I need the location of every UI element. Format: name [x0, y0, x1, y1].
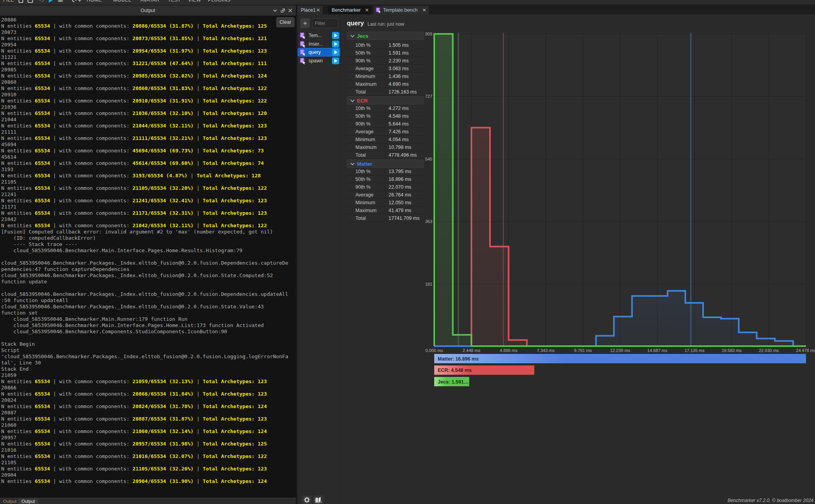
gear-icon	[303, 497, 310, 504]
run-benchmark-button[interactable]	[332, 57, 339, 64]
dock-tab-output-1[interactable]: Output	[18, 499, 38, 504]
log-line: N entities 65534 | with common component…	[1, 123, 296, 129]
stat-label: 50th %	[355, 112, 371, 120]
log-line: N entities 65534 | with common component…	[1, 60, 296, 67]
popout-icon[interactable]	[281, 8, 285, 13]
log-line	[1, 335, 296, 341]
stat-value: 3.063 ms	[389, 65, 408, 73]
menu-avatar[interactable]: AVATAR	[140, 0, 160, 4]
script-run-icon	[300, 41, 306, 48]
add-benchmark-button[interactable]: +	[300, 18, 310, 28]
stat-row-jecs-50th: 50th %1.591 ms	[347, 49, 424, 57]
benchmark-item-spawn[interactable]: spawn	[298, 57, 340, 65]
log-line: N entities 65534 | with common component…	[1, 173, 296, 179]
stat-label: 90th %	[355, 57, 371, 65]
stat-label: Maximum	[355, 207, 376, 214]
doc-tab-benchmarker[interactable]: Benchmarker✕	[328, 6, 371, 14]
log-line: 21042	[1, 216, 296, 223]
log-line: 21241	[1, 191, 296, 198]
menu-view[interactable]: VIEW	[188, 0, 201, 4]
log-line: N entities 65534 | with common component…	[1, 466, 296, 472]
x-tick-label: 2.448 ms	[463, 348, 481, 353]
benchmark-item-query[interactable]: query	[298, 48, 340, 56]
histogram-chart: 1813635457279090.000 ms2.448 ms4.896 ms7…	[425, 14, 815, 504]
doc-tab-place1[interactable]: Place1✕	[297, 6, 323, 14]
log-line: N entities 65534 | with common component…	[1, 85, 296, 92]
column-divider	[385, 128, 385, 136]
menu-file[interactable]: FILE	[3, 0, 14, 4]
log-line: [Fusion] Computed callback error: invali…	[1, 229, 296, 235]
log-line: 20824	[1, 397, 296, 403]
close-icon[interactable]: ✕	[316, 8, 321, 13]
log-line: cloud_5853950046.Benchmarker.Components.…	[1, 329, 296, 335]
stat-label: 10th %	[355, 41, 371, 49]
stat-row-ecr-maximum: Maximum10.798 ms	[347, 143, 424, 151]
stat-value: 5.644 ms	[389, 120, 408, 128]
column-divider	[385, 104, 385, 112]
menu-home[interactable]: HOME	[87, 0, 102, 4]
output-panel-title: Output	[0, 5, 296, 16]
benchmark-item-Tem[interactable]: Tem...	[298, 32, 340, 39]
benchmark-item-inser[interactable]: inser...	[298, 40, 340, 48]
run-benchmark-button[interactable]	[332, 32, 339, 39]
log-line: 20954	[1, 42, 296, 48]
stat-value: 2.230 ms	[389, 57, 408, 65]
log-line: 21171	[1, 204, 296, 210]
redo-icon[interactable]	[39, 0, 44, 4]
stat-value: 16.896 ms	[389, 175, 411, 183]
play-icon[interactable]	[48, 0, 53, 5]
log-line: N entities 65534 | with common component…	[1, 35, 296, 42]
stat-label: Average	[355, 191, 373, 199]
log-line: N entities 65534 | with common component…	[1, 98, 296, 104]
x-tick-label: 0.000 ms	[425, 348, 443, 353]
section-header-jecs[interactable]: Jecs	[347, 32, 424, 40]
output-panel-header[interactable]: Output	[0, 5, 296, 16]
stat-label: Average	[355, 128, 373, 136]
output-log[interactable]: 20886N entities 65534 | with common comp…	[0, 16, 296, 498]
column-divider	[385, 120, 385, 128]
column-divider	[385, 49, 385, 57]
paste-icon[interactable]	[27, 0, 33, 5]
close-icon[interactable]: ✕	[364, 8, 369, 13]
filter-input[interactable]	[312, 18, 338, 28]
chevron-down-icon[interactable]	[273, 8, 277, 13]
menu-plugins[interactable]: PLUGINS	[208, 0, 231, 4]
script-run-icon	[300, 58, 306, 64]
dock-tab-output-0[interactable]: Output	[0, 499, 20, 504]
benchmarker-panel: Place1✕Benchmarker✕Template.bench✕ + Tem…	[296, 5, 815, 504]
log-line: 20985	[1, 67, 296, 73]
settings-button[interactable]	[302, 495, 312, 504]
run-benchmark-button[interactable]	[332, 41, 339, 48]
column-divider	[385, 136, 385, 143]
column-divider	[385, 41, 385, 49]
log-line: N entities 65534 | with common component…	[1, 210, 296, 216]
column-divider	[385, 191, 385, 199]
clear-output-button[interactable]: Clear	[276, 17, 295, 27]
column-divider	[385, 199, 385, 207]
stat-label: Minimum	[355, 199, 375, 207]
log-line: 20957	[1, 435, 296, 441]
log-line: N entities 65534 | with common component…	[1, 198, 296, 204]
menu-test[interactable]: TEST	[168, 0, 181, 4]
log-line: N entities 65534 | with common component…	[1, 416, 296, 422]
close-icon[interactable]: ✕	[422, 8, 427, 13]
doc-tab-label: Place1	[301, 6, 316, 14]
section-header-ecr[interactable]: ECR	[347, 96, 424, 104]
stat-label: Average	[355, 65, 373, 73]
menu-model[interactable]: MODEL	[113, 0, 131, 4]
run-benchmark-button[interactable]	[332, 49, 339, 56]
section-header-matter[interactable]: Matter	[347, 159, 424, 168]
stop-icon[interactable]	[58, 0, 63, 4]
undo-icon[interactable]	[72, 0, 77, 4]
log-line: 'cloud_5853950046.Benchmarker.Packages._…	[1, 354, 296, 360]
close-icon[interactable]	[288, 8, 293, 13]
log-line: 3193	[1, 166, 296, 173]
doc-tab-template-bench[interactable]: Template.bench✕	[374, 6, 429, 14]
docs-button[interactable]	[313, 495, 323, 504]
caret-down-icon[interactable]	[78, 0, 82, 4]
y-tick-label: 545	[425, 157, 432, 161]
stat-value: 4.054 ms	[389, 136, 408, 143]
copy-icon[interactable]	[18, 0, 23, 5]
log-line: cloud_5853950046.Benchmarker.Packages._I…	[1, 304, 296, 310]
stat-value: 1.436 ms	[389, 73, 408, 80]
